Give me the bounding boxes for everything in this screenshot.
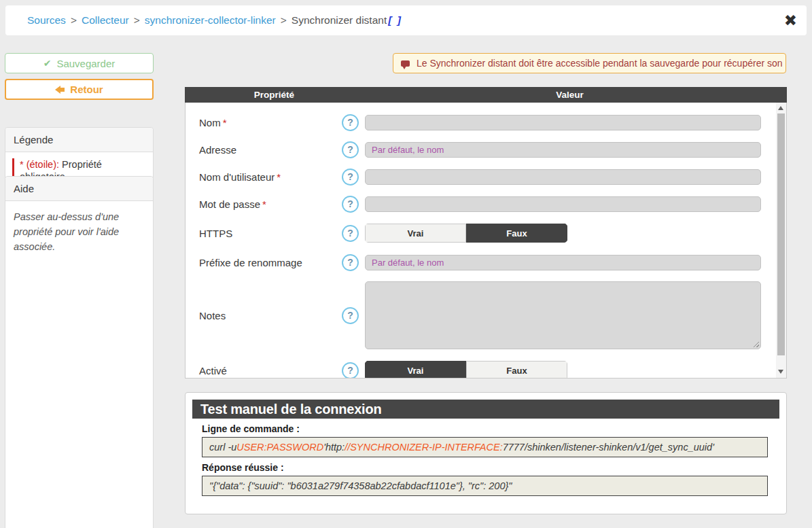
field-label: Préfixe de renommage [186,257,342,268]
notes-textarea[interactable] [365,281,761,349]
warning-banner: Le Synchronizer distant doit être access… [393,53,786,73]
form-row-adresse: Adresse ? [186,136,776,163]
nom-input[interactable] [365,115,761,130]
scrollbar-thumb[interactable] [777,113,785,355]
form-row-utilisateur: Nom d'utilisateur* ? [186,163,776,190]
breadcrumb-separator: > [281,14,287,27]
field-label: Mot de passe* [186,198,342,210]
command-segment: 'http: [323,442,345,453]
command-segment: curl -u [209,442,236,453]
breadcrumb: Sources > Collecteur > synchronizer-coll… [27,14,402,27]
column-header-value: Valeur [364,90,787,100]
connection-test-panel: Test manuel de la connexion Ligne de com… [185,392,787,514]
form-row-active: Activé ? Vrai Faux [186,355,776,379]
properties-form: Propriété Valeur Nom* ? Adresse ? Nom d'… [185,87,787,379]
breadcrumb-link-sources[interactable]: Sources [27,14,66,27]
help-icon[interactable]: ? [342,196,359,213]
scroll-down-arrow-icon[interactable] [778,370,783,374]
help-icon[interactable]: ? [342,141,359,158]
response-label: Réponse réussie : [202,462,786,473]
sidebar: ✔ Sauvegarder Retour Légende * (étoile):… [5,53,154,100]
command-segment: 7777/shinken/listener-shinken/v1/get_syn… [503,442,714,453]
back-button-label: Retour [70,84,103,95]
active-toggle: Vrai Faux [365,361,567,379]
close-icon[interactable]: ✖ [784,13,797,29]
active-toggle-vrai[interactable]: Vrai [365,361,466,379]
check-icon: ✔ [43,58,52,69]
back-button[interactable]: Retour [5,79,154,100]
scrollbar[interactable] [776,103,786,378]
breadcrumb-link-collecteur[interactable]: Collecteur [82,14,129,27]
form-row-https: HTTPS ? Vrai Faux [186,217,776,249]
field-label: Nom* [186,117,342,128]
legend-star: * (étoile): [20,159,59,170]
active-toggle-faux[interactable]: Faux [466,361,567,379]
legend-panel-title: Légende [5,128,153,152]
scroll-up-arrow-icon[interactable] [778,106,783,110]
required-asterisk: * [223,117,227,128]
breadcrumb-separator: > [134,14,140,27]
breadcrumb-separator: > [71,14,77,27]
command-line-label: Ligne de commande : [202,423,786,434]
help-panel-title: Aide [5,177,153,201]
help-icon[interactable]: ? [342,362,359,379]
top-bar: Sources > Collecteur > synchronizer-coll… [5,5,807,35]
mot-de-passe-input[interactable] [365,196,761,212]
arrow-left-icon [55,86,65,94]
form-row-prefixe: Préfixe de renommage ? [186,249,776,276]
field-label: HTTPS [186,228,342,239]
help-icon[interactable]: ? [342,225,359,242]
breadcrumb-brackets: [ ] [388,14,402,27]
help-panel: Aide Passer au-dessus d'une propriété po… [5,176,154,528]
required-asterisk: * [277,171,281,183]
save-button[interactable]: ✔ Sauvegarder [5,53,154,73]
adresse-input[interactable] [365,142,761,158]
help-icon[interactable]: ? [342,114,359,131]
speech-bubble-icon [401,60,410,67]
help-icon[interactable]: ? [342,254,359,271]
prefixe-input[interactable] [365,255,761,270]
form-header: Propriété Valeur [185,87,787,103]
help-icon[interactable]: ? [342,307,359,324]
field-label: Notes [186,310,342,321]
breadcrumb-current: Synchronizer distant [292,14,387,27]
https-toggle: Vrai Faux [365,224,567,243]
help-panel-text: Passer au-dessus d'une propriété pour vo… [12,207,146,257]
field-label: Activé [186,365,342,376]
field-label: Nom d'utilisateur* [186,171,342,183]
form-row-notes: Notes ? [186,276,776,355]
response-text: "{"data": {"suuid": "b6031a279f74358ab22… [209,480,512,491]
breadcrumb-link-synchronizer-collector-linker[interactable]: synchronizer-collector-linker [145,14,276,27]
response-box: "{"data": {"suuid": "b6031a279f74358ab22… [202,476,768,496]
required-asterisk: * [262,198,266,210]
https-toggle-faux[interactable]: Faux [466,224,567,243]
command-line-box: curl -u USER:PASSWORD 'http://SYNCHRONIZ… [202,437,768,457]
column-header-property: Propriété [185,90,364,100]
save-button-label: Sauvegarder [56,58,115,69]
form-scroll-area: Nom* ? Adresse ? Nom d'utilisateur* ? Mo… [185,103,787,379]
command-segment-user-password: USER:PASSWORD [236,442,323,453]
warning-text: Le Synchronizer distant doit être access… [417,58,786,69]
form-row-mot-de-passe: Mot de passe* ? [186,190,776,217]
https-toggle-vrai[interactable]: Vrai [365,224,466,243]
utilisateur-input[interactable] [365,169,761,185]
connection-test-title: Test manuel de la connexion [192,400,779,419]
form-row-nom: Nom* ? [186,109,776,136]
field-label: Adresse [186,144,342,156]
help-icon[interactable]: ? [342,169,359,186]
command-segment-ip-interface: //SYNCHRONIZER-IP-INTERFACE: [345,442,503,453]
